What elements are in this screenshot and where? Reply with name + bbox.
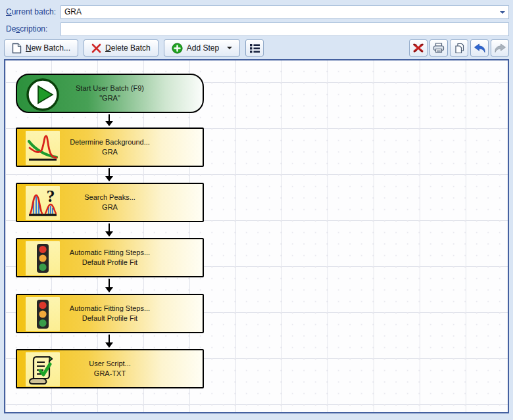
- current-batch-row: Current batch:: [0, 5, 513, 19]
- flow-step-title: Automatic Fitting Steps...: [17, 248, 203, 258]
- flow-step-determine-background[interactable]: Determine Background... GRA: [16, 128, 204, 167]
- flow-step-title: User Script...: [17, 359, 203, 369]
- flow-step-subtitle: GRA-TXT: [17, 369, 203, 379]
- flow-step-start-batch[interactable]: Start User Batch (F9) "GRA": [16, 74, 204, 113]
- delete-batch-label: Delete Batch: [105, 43, 151, 53]
- description-row: Description:: [0, 22, 513, 36]
- bullet-list-icon: [249, 43, 260, 53]
- undo-arrow-icon: [474, 43, 486, 53]
- flow-step-subtitle: Default Profile Fit: [17, 258, 203, 268]
- flow-step-title: Automatic Fitting Steps...: [17, 304, 203, 314]
- new-batch-button[interactable]: New Batch...: [4, 39, 78, 57]
- add-step-button[interactable]: Add Step: [164, 39, 240, 57]
- flow-connector-arrow: [105, 223, 114, 237]
- print-button[interactable]: [429, 39, 448, 57]
- flowchart-canvas: Start User Batch (F9) "GRA" Determine Ba…: [4, 59, 509, 413]
- toolbar: New Batch... Delete Batch Add Step: [0, 37, 513, 58]
- flow-connector-arrow: [105, 335, 114, 348]
- red-x-icon: [91, 43, 101, 53]
- flow-connector-arrow: [105, 114, 114, 126]
- printer-icon: [433, 43, 445, 53]
- flow-step-subtitle: GRA: [17, 147, 203, 157]
- flow-step-text: Search Peaks... GRA: [17, 193, 203, 212]
- undo-button[interactable]: [470, 39, 489, 57]
- flow-step-user-script[interactable]: User Script... GRA-TXT: [16, 349, 204, 388]
- flow-connector-arrow: [105, 168, 114, 181]
- flow-step-title: Determine Background...: [17, 137, 203, 147]
- toolbar-right-group: [409, 39, 509, 57]
- add-step-label: Add Step: [187, 43, 219, 53]
- flow-step-text: Determine Background... GRA: [17, 137, 203, 157]
- current-batch-combobox: [61, 5, 509, 19]
- new-batch-label: New Batch...: [26, 43, 70, 53]
- add-step-dropdown-icon[interactable]: [227, 47, 232, 49]
- flow-step-automatic-fitting-2[interactable]: Automatic Fitting Steps... Default Profi…: [16, 294, 204, 333]
- copy-button[interactable]: [450, 39, 468, 57]
- description-label: Description:: [0, 24, 61, 34]
- flow-step-subtitle: "GRA": [17, 93, 203, 103]
- delete-batch-button[interactable]: Delete Batch: [84, 39, 159, 57]
- copy-pages-icon: [454, 43, 465, 54]
- description-input[interactable]: [61, 22, 509, 36]
- description-field-wrap: [61, 22, 509, 36]
- green-plus-icon: [172, 43, 183, 54]
- flow-connector-arrow: [105, 279, 114, 292]
- flow-step-text: Automatic Fitting Steps... Default Profi…: [17, 304, 203, 323]
- crossed-tools-button[interactable]: [409, 39, 428, 57]
- redo-arrow-icon: [494, 43, 506, 53]
- current-batch-label: Current batch:: [0, 7, 61, 16]
- batch-editor-panel: { "form": { "current_batch": { "label_ke…: [0, 0, 513, 420]
- flow-step-text: User Script... GRA-TXT: [17, 359, 203, 379]
- flow-step-subtitle: Default Profile Fit: [17, 314, 203, 323]
- redo-button[interactable]: [491, 39, 509, 57]
- combo-dropdown-icon[interactable]: [500, 11, 505, 14]
- flow-step-automatic-fitting-1[interactable]: Automatic Fitting Steps... Default Profi…: [16, 238, 204, 277]
- current-batch-input[interactable]: [61, 5, 509, 19]
- flow-step-subtitle: GRA: [17, 202, 203, 212]
- flow-step-text: Start User Batch (F9) "GRA": [17, 83, 203, 103]
- flow-step-title: Start User Batch (F9): [17, 83, 203, 93]
- crossed-tools-icon: [412, 43, 424, 53]
- flow-step-text: Automatic Fitting Steps... Default Profi…: [17, 248, 203, 268]
- flow-step-title: Search Peaks...: [17, 193, 203, 202]
- blank-page-icon: [12, 43, 22, 54]
- flow-step-search-peaks[interactable]: ? Search Peaks... GRA: [16, 183, 204, 222]
- step-list-button[interactable]: [245, 39, 264, 57]
